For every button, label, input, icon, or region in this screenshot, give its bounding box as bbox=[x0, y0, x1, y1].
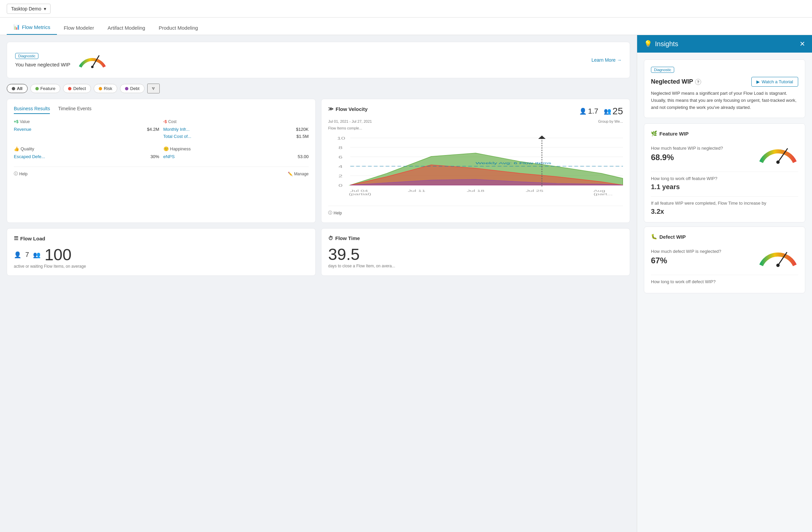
flow-velocity-card: ≫ Flow Velocity 👤 1.7 👥 25 bbox=[321, 99, 630, 223]
workspace-selector[interactable]: Tasktop Demo ▾ bbox=[7, 4, 50, 14]
revenue-value: $4.2M bbox=[147, 127, 159, 132]
insights-diagnostic-badge: Diagnostic bbox=[651, 67, 674, 73]
flow-velocity-chart: 10 8 6 4 2 0 bbox=[328, 133, 623, 200]
flow-load-subtitle: active or waiting Flow Items, on average bbox=[14, 264, 309, 269]
velocity-value-2: 25 bbox=[612, 106, 623, 117]
flow-time-subtitle: days to close a Flow Item, on avera... bbox=[328, 264, 623, 268]
tab-artifact-modeling-label: Artifact Modeling bbox=[107, 25, 145, 31]
value-section: +$ Value Revenue $4.2M bbox=[14, 120, 159, 141]
filter-risk[interactable]: Risk bbox=[94, 84, 117, 93]
flow-velocity-title: ≫ Flow Velocity bbox=[328, 106, 367, 112]
feature-wip-title: 🌿 Feature WIP bbox=[651, 130, 798, 137]
feature-neglected-row: How much feature WIP is neglected? 68.9% bbox=[651, 141, 798, 166]
main-content: Diagnostic You have neglected WIP bbox=[0, 35, 812, 532]
person-icon-1: 👤 bbox=[579, 108, 586, 115]
flow-load-icon: ☰ bbox=[14, 235, 18, 241]
svg-text:Jul 25: Jul 25 bbox=[526, 189, 543, 193]
insights-title: 💡 Insights bbox=[644, 40, 678, 48]
metrics-grid: +$ Value Revenue $4.2M -$ Cost bbox=[14, 120, 309, 141]
tab-artifact-modeling[interactable]: Artifact Modeling bbox=[101, 25, 152, 35]
svg-text:Weekly Avg: 6 Flow Items: Weekly Avg: 6 Flow Items bbox=[476, 162, 552, 165]
escaped-defects-value: 30% bbox=[150, 154, 159, 159]
monthly-infra-label[interactable]: Monthly Infr... bbox=[163, 127, 190, 132]
help-link-business[interactable]: ⓘ Help bbox=[14, 171, 28, 177]
value-label: Value bbox=[20, 120, 30, 124]
neglected-wip-desc: Neglected WIP means a significant part o… bbox=[651, 90, 798, 111]
flow-load-value-1: 7 bbox=[25, 251, 29, 258]
svg-marker-20 bbox=[538, 136, 546, 139]
bottom-cards-row: ☰ Flow Load 👤 7 👥 100 active or waiting … bbox=[7, 228, 630, 276]
flow-load-value-2: 100 bbox=[44, 246, 71, 264]
filter-funnel-button[interactable]: ⛛ bbox=[147, 84, 160, 93]
monthly-infra-value: $120K bbox=[296, 127, 309, 132]
monthly-infra-row: Monthly Infr... $120K bbox=[163, 127, 309, 132]
filter-defect[interactable]: Defect bbox=[63, 84, 91, 93]
enps-label[interactable]: eNPS bbox=[163, 154, 175, 159]
revenue-row: Revenue $4.2M bbox=[14, 127, 159, 132]
filter-defect-icon bbox=[68, 87, 71, 90]
feature-wip-icon: 🌿 bbox=[651, 130, 657, 137]
svg-text:0: 0 bbox=[338, 184, 343, 187]
flow-load-person-icon: 👤 bbox=[14, 251, 21, 258]
insights-header: 💡 Insights ✕ bbox=[637, 35, 812, 53]
escaped-defects-row: Escaped Defe... 30% bbox=[14, 154, 159, 159]
feature-q1: How much feature WIP is neglected? bbox=[651, 146, 723, 151]
watch-tutorial-button[interactable]: ▶ Watch a Tutorial bbox=[751, 77, 798, 87]
filter-debt-label: Debt bbox=[130, 86, 139, 91]
quality-row: 👍 Quality Escaped Defe... 30% 🙂 Happines… bbox=[14, 146, 309, 161]
svg-point-1 bbox=[91, 66, 93, 68]
help-link-velocity[interactable]: ⓘ Help bbox=[328, 210, 342, 216]
feature-v3: 3.2x bbox=[651, 208, 766, 215]
filter-all[interactable]: All bbox=[7, 84, 28, 93]
revenue-label[interactable]: Revenue bbox=[14, 127, 31, 132]
filter-debt[interactable]: Debt bbox=[120, 84, 144, 93]
svg-text:Jul 18: Jul 18 bbox=[467, 189, 484, 193]
help-icon: ⓘ bbox=[14, 171, 18, 177]
info-icon[interactable]: ? bbox=[695, 79, 701, 85]
feature-q3: If all feature WIP were completed, Flow … bbox=[651, 200, 766, 206]
manage-link[interactable]: ✏️ Manage bbox=[288, 172, 309, 176]
tab-business-results[interactable]: Business Results bbox=[14, 106, 50, 114]
tab-flow-modeler[interactable]: Flow Modeler bbox=[57, 25, 101, 35]
group-by: Group by We... bbox=[598, 120, 623, 123]
tab-flow-metrics[interactable]: 📊 Flow Metrics bbox=[7, 24, 57, 35]
total-cost-label[interactable]: Total Cost of... bbox=[163, 134, 191, 139]
nav-tabs: 📊 Flow Metrics Flow Modeler Artifact Mod… bbox=[0, 17, 812, 35]
neglected-wip-section: Diagnostic Neglected WIP ? ▶ Watch a Tut… bbox=[644, 59, 805, 118]
svg-text:8: 8 bbox=[338, 146, 343, 150]
svg-text:10: 10 bbox=[337, 137, 345, 140]
tab-timeline-events[interactable]: Timeline Events bbox=[58, 106, 91, 114]
filter-risk-icon bbox=[99, 87, 102, 90]
escaped-defects-label[interactable]: Escaped Defe... bbox=[14, 154, 45, 159]
svg-text:2: 2 bbox=[338, 174, 343, 178]
manage-icon: ✏️ bbox=[288, 172, 293, 176]
svg-text:Aug: Aug bbox=[594, 189, 606, 193]
tab-flow-modeler-label: Flow Modeler bbox=[64, 25, 94, 31]
chart-header: ≫ Flow Velocity 👤 1.7 👥 25 bbox=[328, 106, 623, 117]
defect-wip-section: 🐛 Defect WIP How much defect WIP is negl… bbox=[644, 226, 805, 293]
defect-v1: 67% bbox=[651, 256, 721, 265]
smile-icon: 🙂 bbox=[163, 146, 169, 151]
plus-icon: +$ bbox=[14, 120, 18, 124]
quality-section: 👍 Quality Escaped Defe... 30% bbox=[14, 146, 159, 161]
defect-workoff-row: How long to work off defect WIP? bbox=[651, 279, 798, 286]
play-icon: ▶ bbox=[756, 79, 760, 84]
flow-load-title: ☰ Flow Load bbox=[14, 235, 309, 241]
filter-debt-icon bbox=[125, 87, 128, 90]
chart-icon: 📊 bbox=[14, 24, 20, 30]
diagnostic-badge: Diagnostic bbox=[15, 53, 39, 59]
velocity-value-1: 1.7 bbox=[588, 107, 598, 116]
cost-header: -$ Cost bbox=[163, 120, 309, 124]
tab-product-modeling[interactable]: Product Modeling bbox=[152, 25, 205, 35]
feature-v1: 68.9% bbox=[651, 153, 723, 162]
defect-q1: How much defect WIP is neglected? bbox=[651, 249, 721, 254]
workspace-name: Tasktop Demo bbox=[11, 6, 41, 12]
cards-row: Business Results Timeline Events +$ Valu… bbox=[7, 99, 630, 223]
tab-flow-metrics-label: Flow Metrics bbox=[22, 24, 50, 30]
flow-time-value: 39.5 bbox=[328, 245, 360, 264]
flow-load-group-icon: 👥 bbox=[33, 251, 41, 258]
filter-feature[interactable]: Feature bbox=[30, 84, 61, 93]
flow-time-title: ⏱ Flow Time bbox=[328, 235, 623, 241]
insights-close-button[interactable]: ✕ bbox=[799, 40, 805, 48]
learn-more-link[interactable]: Learn More → bbox=[592, 57, 622, 63]
